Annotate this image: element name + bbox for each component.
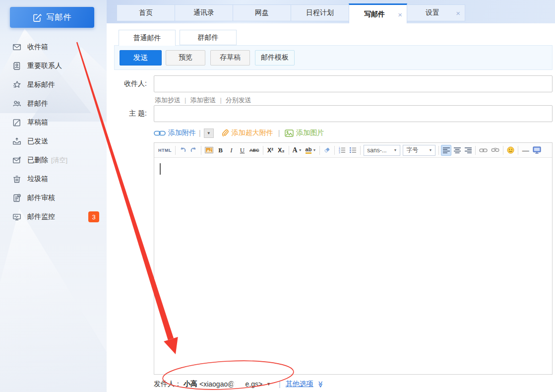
highlight-color-button[interactable]: ab ▼ bbox=[304, 145, 318, 156]
draft-icon bbox=[12, 118, 21, 127]
format-eraser-button[interactable] bbox=[322, 145, 332, 156]
sidebar-item-drafts[interactable]: 草稿箱 bbox=[0, 113, 107, 132]
superscript-button[interactable]: X² bbox=[265, 145, 276, 156]
sidebar-item-important-contacts[interactable]: 重要联系人 bbox=[0, 57, 107, 75]
paperclip-icon bbox=[222, 129, 229, 137]
align-center-button[interactable] bbox=[452, 145, 462, 156]
tab-schedule[interactable]: 日程计划 bbox=[291, 4, 349, 21]
editor-body[interactable] bbox=[154, 158, 552, 374]
sidebar-item-starred[interactable]: 星标邮件 bbox=[0, 75, 107, 94]
sidebar-nav: 收件箱 重要联系人 星标邮件 群邮 bbox=[0, 38, 107, 226]
recipient-input[interactable] bbox=[154, 75, 553, 92]
subtab-group-mail[interactable]: 群邮件 bbox=[180, 30, 237, 45]
italic-button[interactable]: I bbox=[226, 145, 237, 156]
compose-panel: 普通邮件 群邮件 发送 预览 存草稿 邮件模板 收件人: 添加抄送 | 添加密送… bbox=[107, 30, 555, 390]
sidebar-item-label: 已删除 bbox=[27, 156, 48, 165]
add-cc-link[interactable]: 添加抄送 bbox=[155, 96, 181, 105]
remove-link-button[interactable] bbox=[490, 145, 501, 156]
font-family-select[interactable]: sans-... ▼ bbox=[364, 145, 400, 156]
empty-trash-link[interactable]: [清空] bbox=[51, 156, 67, 165]
tab-label: 日程计划 bbox=[306, 8, 334, 17]
top-banner: 首页 通讯录 网盘 日程计划 写邮件 × 设置 × bbox=[107, 0, 555, 23]
sidebar-item-junk[interactable]: 垃圾箱 bbox=[0, 170, 107, 189]
sidebar-item-group-mail[interactable]: 群邮件 bbox=[0, 94, 107, 113]
sidebar-item-deleted[interactable]: 已删除 [清空] bbox=[0, 151, 107, 170]
bold-button[interactable]: B bbox=[215, 145, 226, 156]
tab-label: 设置 bbox=[426, 8, 439, 17]
send-button[interactable]: 发送 bbox=[120, 50, 162, 65]
tab-label: 网盘 bbox=[255, 8, 269, 17]
fullscreen-button[interactable] bbox=[531, 145, 543, 156]
divider: | bbox=[199, 129, 201, 137]
strikethrough-button[interactable]: ABC bbox=[248, 145, 261, 156]
tab-compose[interactable]: 写邮件 × bbox=[349, 3, 407, 23]
undo-icon[interactable] bbox=[178, 145, 188, 156]
save-draft-button[interactable]: 存草稿 bbox=[210, 50, 250, 65]
divider: | bbox=[185, 96, 186, 104]
subject-input[interactable] bbox=[154, 105, 553, 122]
sender-name: 小高 bbox=[184, 380, 197, 389]
add-large-attachment-link[interactable]: 添加超大附件 bbox=[222, 129, 273, 137]
add-image-link[interactable]: 添加图片 bbox=[285, 129, 324, 137]
tab-contacts[interactable]: 通讯录 bbox=[175, 4, 233, 21]
tab-netdisk[interactable]: 网盘 bbox=[233, 4, 291, 21]
toolbar-divider bbox=[263, 146, 263, 155]
star-icon bbox=[12, 80, 21, 89]
toolbar-divider bbox=[334, 146, 335, 155]
ordered-list-button[interactable]: 123 bbox=[337, 145, 347, 156]
recipient-label: 收件人: bbox=[114, 79, 154, 88]
font-size-select[interactable]: 字号 ▼ bbox=[403, 145, 435, 156]
underline-button[interactable]: U bbox=[237, 145, 247, 156]
compose-mail-button[interactable]: 写邮件 bbox=[10, 7, 94, 28]
unordered-list-button[interactable] bbox=[348, 145, 358, 156]
redo-icon[interactable] bbox=[188, 145, 199, 156]
close-icon[interactable]: × bbox=[456, 9, 460, 17]
chain-link-icon bbox=[154, 130, 166, 136]
group-icon bbox=[12, 99, 21, 108]
divider: | bbox=[279, 380, 281, 388]
attachment-dropdown-button[interactable]: ▼ bbox=[204, 129, 214, 138]
tab-settings[interactable]: 设置 × bbox=[407, 4, 465, 21]
from-label: 发件人： bbox=[154, 380, 182, 389]
preview-button[interactable]: 预览 bbox=[166, 50, 205, 65]
rich-text-editor: HTML B I U ABC X² X₂ bbox=[154, 142, 553, 375]
monitor-count-badge: 3 bbox=[88, 211, 99, 222]
insert-link-button[interactable] bbox=[478, 145, 489, 156]
sidebar-item-label: 草稿箱 bbox=[27, 118, 48, 127]
sidebar-item-mail-review[interactable]: 邮件审核 bbox=[0, 189, 107, 207]
close-icon[interactable]: × bbox=[398, 10, 402, 18]
sidebar-item-sent[interactable]: 已发送 bbox=[0, 132, 107, 151]
mail-template-button[interactable]: 邮件模板 bbox=[255, 50, 295, 65]
add-bcc-link[interactable]: 添加密送 bbox=[190, 96, 216, 105]
trash-icon bbox=[12, 175, 21, 184]
add-attachment-link[interactable]: 添加附件 bbox=[154, 129, 196, 137]
attachment-row: 添加附件 | ▼ 添加超大附件 | 添加图片 bbox=[154, 127, 555, 139]
align-left-button[interactable] bbox=[441, 145, 451, 156]
sender-dropdown-icon[interactable]: ▼ bbox=[266, 382, 271, 387]
sidebar-item-mail-monitor[interactable]: 邮件监控 3 bbox=[0, 207, 107, 226]
font-size-value: 字号 bbox=[406, 146, 418, 154]
review-icon bbox=[12, 194, 21, 202]
sidebar-item-inbox[interactable]: 收件箱 bbox=[0, 38, 107, 57]
separate-send-link[interactable]: 分别发送 bbox=[226, 96, 251, 105]
insert-image-button[interactable] bbox=[203, 145, 215, 156]
sidebar-item-label: 已发送 bbox=[27, 137, 48, 146]
emoticon-button[interactable] bbox=[505, 145, 516, 156]
align-right-button[interactable] bbox=[463, 145, 473, 156]
subtab-label: 群邮件 bbox=[198, 33, 219, 42]
chevrons-down-icon[interactable]: ≫ bbox=[317, 381, 324, 388]
subscript-button[interactable]: X₂ bbox=[276, 145, 287, 156]
subtab-normal-mail[interactable]: 普通邮件 bbox=[119, 30, 176, 46]
sidebar-item-label: 重要联系人 bbox=[27, 62, 62, 70]
monitor-icon bbox=[12, 212, 21, 221]
other-options-link[interactable]: 其他选项 bbox=[286, 380, 313, 389]
html-source-button[interactable]: HTML bbox=[157, 145, 173, 156]
editor-toolbar: HTML B I U ABC X² X₂ bbox=[154, 143, 552, 158]
font-color-button[interactable]: A ▼ bbox=[291, 145, 304, 156]
sidebar-item-label: 星标邮件 bbox=[27, 80, 55, 89]
divider: | bbox=[278, 129, 280, 137]
horizontal-rule-button[interactable]: — bbox=[520, 145, 531, 156]
sender-email: <xiaogao@ie.gs> bbox=[199, 380, 262, 388]
sidebar-item-label: 群邮件 bbox=[27, 99, 48, 108]
tab-home[interactable]: 首页 bbox=[117, 4, 175, 21]
